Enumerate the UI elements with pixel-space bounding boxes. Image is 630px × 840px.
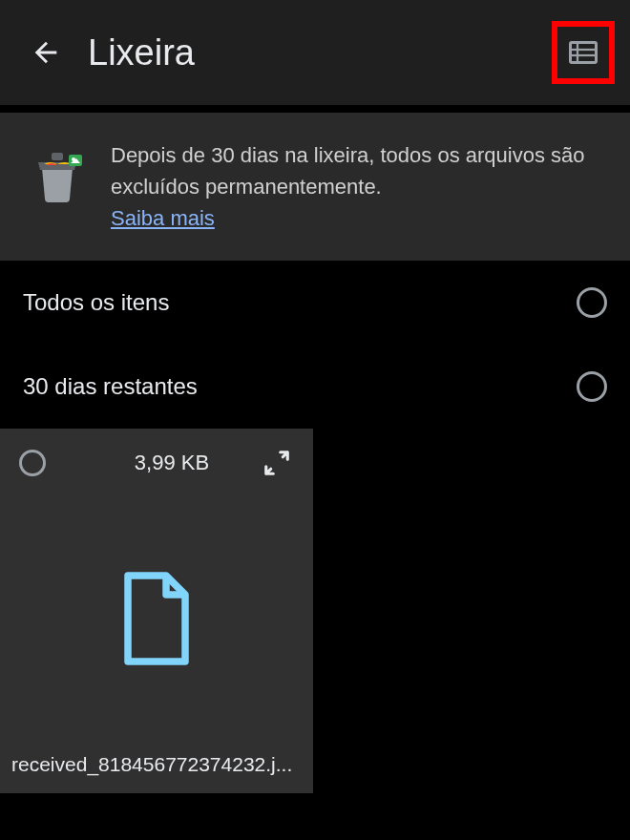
- banner-message: Depois de 30 dias na lixeira, todos os a…: [111, 143, 585, 199]
- expand-button[interactable]: [260, 446, 294, 480]
- file-preview: [0, 497, 313, 740]
- list-view-icon: [566, 35, 600, 70]
- all-items-radio[interactable]: [577, 287, 607, 318]
- days-remaining-label: 30 dias restantes: [23, 373, 198, 400]
- file-card[interactable]: 3,99 KB received_818456772374232.j...: [0, 429, 313, 793]
- file-name: received_818456772374232.j...: [0, 740, 313, 793]
- file-select-radio[interactable]: [19, 450, 46, 476]
- svg-rect-4: [52, 153, 63, 160]
- banner-text: Depois de 30 dias na lixeira, todos os a…: [111, 139, 607, 234]
- days-remaining-radio[interactable]: [577, 371, 607, 402]
- learn-more-link[interactable]: Saiba mais: [111, 206, 215, 230]
- file-card-header: 3,99 KB: [0, 429, 313, 497]
- arrow-left-icon: [30, 36, 62, 69]
- page-title: Lixeira: [88, 32, 195, 74]
- view-toggle-button[interactable]: [552, 21, 615, 84]
- file-size: 3,99 KB: [84, 451, 260, 475]
- svg-rect-0: [571, 43, 597, 63]
- days-remaining-section[interactable]: 30 dias restantes: [0, 345, 630, 429]
- back-button[interactable]: [23, 30, 69, 75]
- file-icon: [118, 571, 195, 666]
- expand-icon: [262, 449, 291, 477]
- all-items-label: Todos os itens: [23, 289, 169, 316]
- info-banner: Depois de 30 dias na lixeira, todos os a…: [0, 113, 630, 261]
- all-items-section[interactable]: Todos os itens: [0, 261, 630, 345]
- app-header: Lixeira: [0, 0, 630, 105]
- trash-icon: [23, 139, 92, 208]
- file-grid: 3,99 KB received_818456772374232.j...: [0, 429, 630, 793]
